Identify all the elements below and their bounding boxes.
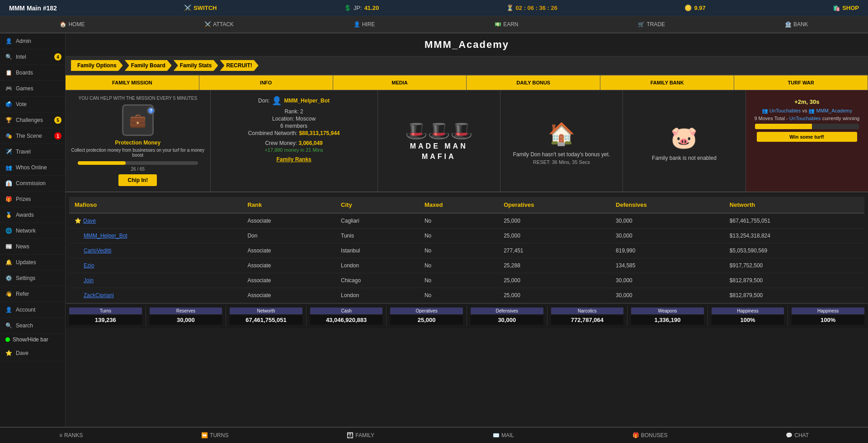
sidebar-label: Updates: [16, 259, 36, 266]
sidebar-user[interactable]: ⭐Dave: [0, 345, 65, 361]
turf-progress-bar: [755, 124, 859, 129]
member-rank: Associate: [242, 258, 335, 273]
sidebar-item-vote[interactable]: 🗳️Vote: [0, 97, 65, 112]
sidebar-item-intel[interactable]: 🔍Intel4: [0, 49, 65, 65]
nav-trade[interactable]: 🛒 TRADE: [633, 16, 670, 33]
member-operatives: 25,000: [498, 228, 610, 243]
member-maxed: No: [419, 228, 498, 243]
member-city: London: [335, 258, 419, 273]
money-gain: +17,880 money in 21 Mins: [216, 147, 372, 153]
don-name[interactable]: MMM_Helper_Bot: [284, 98, 330, 104]
sidebar-label: Travel: [16, 149, 31, 155]
tab-family-bank[interactable]: FAMILY BANK: [600, 75, 734, 90]
sidebar-item-refer[interactable]: 👋Refer: [0, 286, 65, 302]
member-rank: Associate: [242, 243, 335, 258]
sidebar-item-games[interactable]: 🎮Games: [0, 81, 65, 97]
sidebar-item-awards[interactable]: 🥇Awards: [0, 207, 65, 223]
bottom-nav-label: TURNS: [210, 432, 228, 438]
sidebar-item-news[interactable]: 📰News: [0, 239, 65, 255]
nav-earn[interactable]: 💵 EARN: [490, 16, 523, 33]
sidebar-item-challenges[interactable]: 🏆Challenges5: [0, 112, 65, 128]
location-row: Location: Moscow: [216, 116, 372, 122]
nav-attack[interactable]: ⚔️ ATTACK: [200, 16, 238, 33]
breadcrumb-item-1[interactable]: Family Board: [125, 60, 172, 71]
sidebar-item-the-scene[interactable]: 🎭The Scene1: [0, 128, 65, 144]
sidebar-item-account[interactable]: 👤Account: [0, 302, 65, 318]
sidebar-icon: 🗳️: [5, 101, 12, 107]
sidebar-item-travel[interactable]: ✈️Travel: [0, 144, 65, 160]
bottom-nav-turns[interactable]: ⏩TURNS: [194, 428, 235, 443]
tab-media[interactable]: MEDIA: [333, 75, 467, 90]
breadcrumb-item-3[interactable]: RECRUIT!: [220, 60, 258, 71]
sidebar-label: Commission: [16, 180, 46, 187]
tab-turf-war[interactable]: TURF WAR: [734, 75, 868, 90]
win-turf-button[interactable]: Win some turf!: [757, 132, 857, 142]
sidebar-label: Refer: [16, 291, 29, 297]
member-rank: Associate: [242, 273, 335, 288]
sidebar-badge: 5: [54, 117, 61, 124]
bottom-nav-ranks[interactable]: ≡RANKS: [52, 428, 90, 443]
tab-family-mission[interactable]: FAMILY MISSION: [66, 75, 199, 90]
sidebar-item-commission[interactable]: 👔Commission: [0, 176, 65, 191]
stat-label: Cash: [310, 308, 383, 314]
sidebar-item-updates[interactable]: 🔔Updates: [0, 255, 65, 270]
member-networth: $917,752,500: [724, 258, 864, 273]
sidebar-item-admin[interactable]: 👤Admin: [0, 33, 65, 49]
bottom-nav-chat[interactable]: 💬CHAT: [779, 428, 816, 443]
nav-home[interactable]: 🏠 HOME: [55, 16, 89, 33]
bottom-nav-mail[interactable]: ✉️MAIL: [486, 428, 521, 443]
family-ranks-link[interactable]: Family Ranks: [276, 156, 311, 163]
member-operatives: 277,451: [498, 243, 610, 258]
tab-info[interactable]: INFO: [199, 75, 333, 90]
shop-btn[interactable]: 🛍️ SHOP: [833, 5, 859, 11]
sidebar-label: The Scene: [16, 133, 42, 139]
stat-value: 30,000: [471, 315, 543, 325]
switch-btn[interactable]: ⚔️ SWITCH: [184, 5, 217, 11]
stat-label: Happiness: [712, 308, 784, 314]
breadcrumb-item-2[interactable]: Family Stats: [174, 60, 218, 71]
member-name[interactable]: ZackCipriani: [69, 288, 242, 303]
bottom-nav-icon: 👨‍👩‍👧: [347, 432, 354, 438]
sidebar-item-boards[interactable]: 📋Boards: [0, 65, 65, 81]
table-row: MMM_Helper_BotDonTunisNo25,00030,000$13,…: [69, 228, 864, 243]
sidebar-item-search[interactable]: 🔍Search: [0, 318, 65, 334]
turf-bar-fill: [755, 124, 812, 129]
tab-daily-bonus[interactable]: DAILY BONUS: [467, 75, 600, 90]
member-name[interactable]: ⭐Dave: [69, 213, 242, 228]
stat-label: Operatives: [390, 308, 463, 314]
stat-value: 43,046,920,883: [310, 315, 383, 325]
logo-hats: 🎩🎩🎩: [405, 120, 473, 141]
breadcrumb-item-0[interactable]: Family Options: [71, 60, 123, 71]
members-table: MafiosoRankCityMaxedOperativesDefensives…: [69, 197, 864, 303]
stat-narcotics-6: Narcotics772,787,064: [547, 306, 628, 326]
sidebar-icon: 🎭: [5, 133, 12, 139]
sidebar-label: Games: [16, 85, 33, 92]
member-city: Chicago: [335, 273, 419, 288]
member-maxed: No: [419, 288, 498, 303]
member-rank: Associate: [242, 213, 335, 228]
bottom-nav-icon: 🎁: [632, 432, 639, 438]
member-city: Cagliari: [335, 213, 419, 228]
sidebar-item-settings[interactable]: ⚙️Settings: [0, 270, 65, 286]
member-name[interactable]: Ezio: [69, 258, 242, 273]
sidebar-icon: 👋: [5, 291, 12, 297]
mission-name: Protection Money: [115, 140, 160, 146]
cards-row: YOU CAN HELP WITH THE MISSION EVERY 5 MI…: [66, 90, 868, 192]
sidebar-item-whos-online[interactable]: 👥Whos Online: [0, 160, 65, 176]
show-hide-bar[interactable]: Show/Hide bar: [0, 334, 65, 345]
sidebar-icon: ⚙️: [5, 275, 12, 281]
bottom-nav-family[interactable]: 👨‍👩‍👧FAMILY: [340, 428, 381, 443]
nav-hire[interactable]: 👤 HIRE: [349, 16, 380, 33]
stat-label: Reserves: [150, 308, 222, 314]
chip-in-button[interactable]: Chip In!: [118, 174, 157, 186]
sidebar-item-network[interactable]: 🌐Network: [0, 223, 65, 239]
stat-label: Happiness: [792, 308, 864, 314]
member-name[interactable]: MMM_Helper_Bot: [69, 228, 242, 243]
bottom-nav-icon: ✉️: [493, 432, 500, 438]
sidebar-item-prizes[interactable]: 🎁Prizes: [0, 191, 65, 207]
turf-war-card: +2m, 30s 👥 UnTouchables vs 👥 MMM_Academy…: [746, 90, 868, 191]
nav-bank[interactable]: 🏦 BANK: [780, 16, 813, 33]
bottom-nav-bonuses[interactable]: 🎁BONUSES: [626, 428, 675, 443]
member-name[interactable]: Join: [69, 273, 242, 288]
member-name[interactable]: CarloVeditti: [69, 243, 242, 258]
